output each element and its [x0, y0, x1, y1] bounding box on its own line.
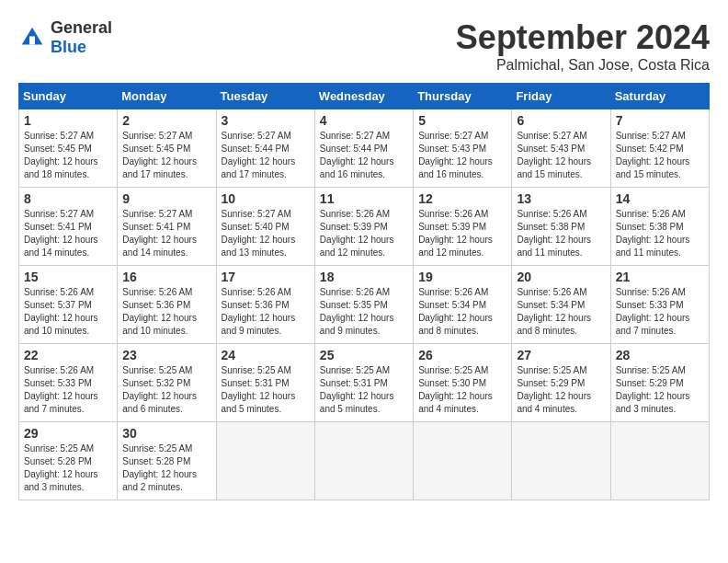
day-number: 12 [418, 191, 506, 206]
day-info: Sunrise: 5:25 AM Sunset: 5:28 PM Dayligh… [122, 442, 210, 494]
weekday-header: Saturday [610, 84, 709, 109]
calendar-day-cell [216, 422, 314, 500]
day-number: 28 [616, 348, 704, 362]
day-info: Sunrise: 5:27 AM Sunset: 5:40 PM Dayligh… [222, 208, 310, 259]
day-info: Sunrise: 5:27 AM Sunset: 5:44 PM Dayligh… [222, 130, 310, 181]
calendar-week-row: 29 Sunrise: 5:25 AM Sunset: 5:28 PM Dayl… [19, 422, 710, 500]
calendar-day-cell [314, 422, 413, 500]
day-info: Sunrise: 5:27 AM Sunset: 5:43 PM Dayligh… [418, 130, 506, 181]
calendar-day-cell [512, 422, 610, 500]
svg-rect-2 [29, 37, 35, 45]
day-info: Sunrise: 5:25 AM Sunset: 5:29 PM Dayligh… [616, 364, 704, 416]
day-info: Sunrise: 5:25 AM Sunset: 5:30 PM Dayligh… [418, 364, 506, 416]
day-number: 26 [418, 348, 506, 362]
logo-icon [18, 24, 46, 52]
calendar-week-row: 22 Sunrise: 5:26 AM Sunset: 5:33 PM Dayl… [19, 344, 710, 422]
calendar-day-cell: 5 Sunrise: 5:27 AM Sunset: 5:43 PM Dayli… [414, 109, 512, 188]
day-info: Sunrise: 5:27 AM Sunset: 5:42 PM Dayligh… [616, 130, 704, 181]
calendar-day-cell: 25 Sunrise: 5:25 AM Sunset: 5:31 PM Dayl… [314, 344, 413, 422]
calendar-day-cell: 2 Sunrise: 5:27 AM Sunset: 5:45 PM Dayli… [118, 109, 216, 188]
day-number: 30 [122, 426, 210, 441]
day-number: 18 [320, 270, 408, 284]
day-info: Sunrise: 5:25 AM Sunset: 5:28 PM Dayligh… [24, 442, 112, 494]
day-number: 21 [616, 270, 704, 284]
day-number: 20 [517, 270, 605, 284]
logo-blue-text: Blue [51, 38, 86, 56]
day-info: Sunrise: 5:26 AM Sunset: 5:39 PM Dayligh… [418, 208, 506, 259]
calendar-day-cell: 3 Sunrise: 5:27 AM Sunset: 5:44 PM Dayli… [216, 109, 314, 188]
day-info: Sunrise: 5:27 AM Sunset: 5:41 PM Dayligh… [24, 208, 112, 259]
calendar-day-cell: 30 Sunrise: 5:25 AM Sunset: 5:28 PM Dayl… [118, 422, 216, 500]
day-number: 8 [24, 191, 112, 206]
day-number: 11 [320, 191, 408, 206]
day-number: 15 [24, 270, 112, 284]
calendar-day-cell: 26 Sunrise: 5:25 AM Sunset: 5:30 PM Dayl… [414, 344, 512, 422]
day-info: Sunrise: 5:26 AM Sunset: 5:38 PM Dayligh… [616, 208, 704, 259]
calendar-day-cell: 12 Sunrise: 5:26 AM Sunset: 5:39 PM Dayl… [414, 188, 512, 266]
weekday-header: Thursday [414, 84, 512, 109]
day-number: 27 [517, 348, 605, 362]
day-number: 2 [122, 113, 210, 128]
calendar-day-cell: 23 Sunrise: 5:25 AM Sunset: 5:32 PM Dayl… [118, 344, 216, 422]
calendar-day-cell: 11 Sunrise: 5:26 AM Sunset: 5:39 PM Dayl… [314, 188, 413, 266]
calendar-day-cell: 28 Sunrise: 5:25 AM Sunset: 5:29 PM Dayl… [610, 344, 709, 422]
calendar-day-cell: 4 Sunrise: 5:27 AM Sunset: 5:44 PM Dayli… [314, 109, 413, 188]
calendar-day-cell: 17 Sunrise: 5:26 AM Sunset: 5:36 PM Dayl… [216, 266, 314, 344]
calendar-day-cell: 19 Sunrise: 5:26 AM Sunset: 5:34 PM Dayl… [414, 266, 512, 344]
calendar-day-cell: 9 Sunrise: 5:27 AM Sunset: 5:41 PM Dayli… [118, 188, 216, 266]
calendar-day-cell: 21 Sunrise: 5:26 AM Sunset: 5:33 PM Dayl… [610, 266, 709, 344]
calendar-day-cell: 13 Sunrise: 5:26 AM Sunset: 5:38 PM Dayl… [512, 188, 610, 266]
day-info: Sunrise: 5:26 AM Sunset: 5:36 PM Dayligh… [222, 286, 310, 338]
day-number: 4 [320, 113, 408, 128]
calendar-day-cell: 24 Sunrise: 5:25 AM Sunset: 5:31 PM Dayl… [216, 344, 314, 422]
calendar-week-row: 8 Sunrise: 5:27 AM Sunset: 5:41 PM Dayli… [19, 188, 710, 266]
weekday-header: Monday [118, 84, 216, 109]
calendar-table: SundayMondayTuesdayWednesdayThursdayFrid… [18, 83, 710, 500]
day-number: 13 [517, 191, 605, 206]
calendar-day-cell: 16 Sunrise: 5:26 AM Sunset: 5:36 PM Dayl… [118, 266, 216, 344]
day-info: Sunrise: 5:26 AM Sunset: 5:36 PM Dayligh… [122, 286, 210, 338]
calendar-day-cell: 6 Sunrise: 5:27 AM Sunset: 5:43 PM Dayli… [512, 109, 610, 188]
day-info: Sunrise: 5:26 AM Sunset: 5:35 PM Dayligh… [320, 286, 408, 338]
day-number: 5 [418, 113, 506, 128]
day-number: 24 [222, 348, 310, 362]
calendar-day-cell: 14 Sunrise: 5:26 AM Sunset: 5:38 PM Dayl… [610, 188, 709, 266]
weekday-header: Wednesday [314, 84, 413, 109]
day-info: Sunrise: 5:25 AM Sunset: 5:29 PM Dayligh… [517, 364, 605, 416]
day-number: 17 [222, 270, 310, 284]
title-block: September 2024 Palmichal, San Jose, Cost… [456, 18, 710, 74]
calendar-day-cell [414, 422, 512, 500]
day-info: Sunrise: 5:27 AM Sunset: 5:43 PM Dayligh… [517, 130, 605, 181]
logo: General Blue [18, 18, 112, 57]
calendar-day-cell: 18 Sunrise: 5:26 AM Sunset: 5:35 PM Dayl… [314, 266, 413, 344]
day-info: Sunrise: 5:25 AM Sunset: 5:31 PM Dayligh… [320, 364, 408, 416]
day-info: Sunrise: 5:26 AM Sunset: 5:33 PM Dayligh… [616, 286, 704, 338]
calendar-day-cell: 22 Sunrise: 5:26 AM Sunset: 5:33 PM Dayl… [19, 344, 118, 422]
day-number: 22 [24, 348, 112, 362]
calendar-day-cell: 15 Sunrise: 5:26 AM Sunset: 5:37 PM Dayl… [19, 266, 118, 344]
day-number: 25 [320, 348, 408, 362]
weekday-header: Sunday [19, 84, 118, 109]
day-info: Sunrise: 5:27 AM Sunset: 5:44 PM Dayligh… [320, 130, 408, 181]
calendar-week-row: 1 Sunrise: 5:27 AM Sunset: 5:45 PM Dayli… [19, 109, 710, 188]
page-header: General Blue September 2024 Palmichal, S… [18, 18, 710, 74]
day-info: Sunrise: 5:27 AM Sunset: 5:41 PM Dayligh… [122, 208, 210, 259]
day-info: Sunrise: 5:26 AM Sunset: 5:34 PM Dayligh… [418, 286, 506, 338]
day-info: Sunrise: 5:26 AM Sunset: 5:39 PM Dayligh… [320, 208, 408, 259]
weekday-header: Tuesday [216, 84, 314, 109]
day-number: 10 [222, 191, 310, 206]
day-number: 23 [122, 348, 210, 362]
calendar-day-cell [610, 422, 709, 500]
calendar-day-cell: 1 Sunrise: 5:27 AM Sunset: 5:45 PM Dayli… [19, 109, 118, 188]
day-info: Sunrise: 5:25 AM Sunset: 5:31 PM Dayligh… [222, 364, 310, 416]
day-number: 9 [122, 191, 210, 206]
calendar-day-cell: 29 Sunrise: 5:25 AM Sunset: 5:28 PM Dayl… [19, 422, 118, 500]
calendar-day-cell: 8 Sunrise: 5:27 AM Sunset: 5:41 PM Dayli… [19, 188, 118, 266]
calendar-day-cell: 27 Sunrise: 5:25 AM Sunset: 5:29 PM Dayl… [512, 344, 610, 422]
day-info: Sunrise: 5:25 AM Sunset: 5:32 PM Dayligh… [122, 364, 210, 416]
calendar-day-cell: 10 Sunrise: 5:27 AM Sunset: 5:40 PM Dayl… [216, 188, 314, 266]
day-number: 29 [24, 426, 112, 441]
month-title: September 2024 [456, 18, 710, 57]
day-info: Sunrise: 5:26 AM Sunset: 5:33 PM Dayligh… [24, 364, 112, 416]
logo-general-text: General [51, 18, 112, 37]
